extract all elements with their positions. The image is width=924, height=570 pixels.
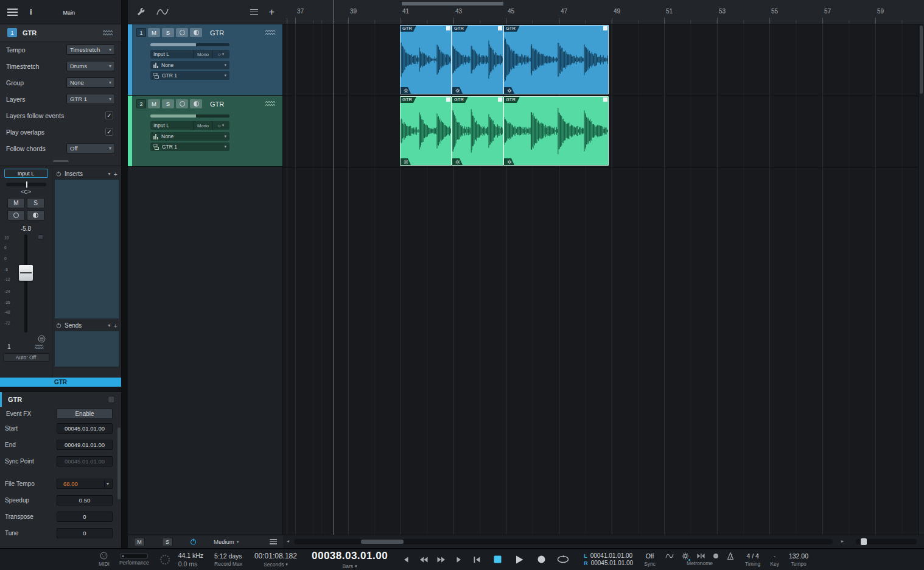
power-icon[interactable]	[56, 323, 61, 328]
track-volume-slider[interactable]	[150, 114, 229, 118]
expand-icon[interactable]: ▾	[108, 171, 111, 177]
audio-event[interactable]: GTR	[400, 25, 452, 94]
info-icon[interactable]: i	[30, 7, 32, 16]
mute-button[interactable]: M	[148, 28, 160, 37]
wrench-icon[interactable]	[136, 7, 145, 16]
pan-slider[interactable]	[6, 183, 46, 186]
group-dropdown[interactable]: None▾	[66, 77, 115, 88]
list-icon[interactable]	[270, 539, 277, 544]
horizontal-scrollbar[interactable]	[294, 539, 833, 544]
next-bar-button[interactable]	[453, 554, 465, 566]
stop-button[interactable]	[490, 553, 505, 566]
sync-point-field[interactable]: 00045.01.01.00	[57, 456, 113, 466]
record-arm-button[interactable]	[176, 99, 188, 108]
playhead[interactable]	[334, 24, 334, 535]
add-send-button[interactable]: +	[114, 322, 117, 329]
channel-mode-icon[interactable]	[38, 335, 46, 343]
power-icon[interactable]	[56, 171, 61, 177]
channel-monitor-button[interactable]	[27, 210, 44, 220]
prev-bar-button[interactable]	[400, 554, 412, 566]
return-to-zero-button[interactable]	[471, 554, 483, 566]
channel-solo-button[interactable]: S	[27, 198, 44, 208]
event-fade-handle[interactable]	[603, 97, 607, 102]
channel-tab[interactable]: GTR	[0, 378, 121, 387]
inserts-list[interactable]	[54, 179, 119, 319]
track-header-2[interactable]: 2 M S GTR Input L Mono ○▾ None	[128, 96, 282, 167]
scroll-left-icon[interactable]: ◂	[287, 538, 289, 544]
time-signature-display[interactable]: 4 / 4 Timing	[745, 552, 760, 567]
layers-dropdown[interactable]: GTR 1▾	[66, 94, 115, 104]
channel-record-arm-button[interactable]	[7, 210, 25, 220]
layers-follow-checkbox[interactable]: ✓	[105, 111, 113, 119]
midi-indicator[interactable]: MIDI	[99, 552, 110, 567]
precount-icon[interactable]	[713, 553, 719, 559]
solo-button[interactable]: S	[162, 99, 174, 108]
inspector-scrollbar[interactable]	[117, 427, 121, 499]
audio-event-selected[interactable]: GTR	[503, 25, 609, 94]
end-field[interactable]: 00049.01.01.00	[57, 440, 113, 450]
mute-button[interactable]: M	[148, 99, 160, 108]
event-fx-button[interactable]	[401, 87, 411, 94]
zoom-slider[interactable]	[856, 539, 917, 544]
track-instrument-selector[interactable]: None ▾	[150, 132, 229, 141]
speedup-field[interactable]: 0.50	[57, 495, 113, 505]
record-button[interactable]	[534, 553, 548, 566]
volume-fader[interactable]: 10 6 0 -6 -12 -24 -36 -48 -72	[0, 233, 52, 334]
dropdown-arrow-icon[interactable]: ▾	[104, 480, 111, 488]
global-solo-button[interactable]: S	[162, 538, 173, 546]
sync-indicator[interactable]: Off Sync	[644, 552, 656, 567]
event-fx-button[interactable]	[452, 87, 463, 94]
transpose-field[interactable]: 0	[57, 512, 113, 522]
file-tempo-field[interactable]: 68.00▾	[57, 479, 113, 489]
track-height-selector[interactable]: Medium▾	[214, 538, 239, 545]
event-fx-enable-button[interactable]: Enable	[57, 409, 113, 419]
wave-icon[interactable]	[156, 8, 169, 16]
key-display[interactable]: - Key	[770, 552, 779, 567]
add-track-button[interactable]: +	[269, 7, 275, 18]
menu-icon[interactable]	[7, 9, 18, 16]
event-fx-button[interactable]	[452, 158, 463, 165]
track-layer-selector[interactable]: GTR 1 ▾	[150, 71, 229, 80]
fast-forward-button[interactable]	[435, 554, 447, 566]
event-fx-button[interactable]	[504, 158, 514, 165]
audio-event[interactable]: GTR	[452, 96, 503, 166]
event-fade-handle[interactable]	[603, 26, 607, 30]
horizontal-scroll-thumb[interactable]	[361, 540, 404, 544]
inspector-track-header[interactable]: 1 GTR	[0, 24, 121, 41]
tune-field[interactable]: 0	[57, 528, 113, 538]
audio-event[interactable]: GTR	[452, 25, 503, 94]
channel-mute-button[interactable]: M	[7, 198, 25, 208]
event-fx-button[interactable]	[504, 87, 514, 94]
tempo-mode-dropdown[interactable]: Timestretch▾	[66, 44, 115, 55]
play-overlaps-checkbox[interactable]: ✓	[105, 128, 113, 136]
audio-event[interactable]: GTR	[400, 96, 452, 166]
start-field[interactable]: 00045.01.01.00	[57, 423, 113, 434]
main-time-display[interactable]: 00038.03.01.00 Bars▾	[312, 550, 388, 569]
event-fade-handle[interactable]	[498, 97, 502, 102]
metronome-icon[interactable]	[727, 552, 734, 560]
track-layer-selector[interactable]: GTR 1 ▾	[150, 142, 229, 151]
loop-region-marker[interactable]	[402, 2, 503, 5]
zoom-handle[interactable]	[861, 538, 867, 545]
monitor-button[interactable]	[190, 99, 202, 108]
tempo-display[interactable]: 132.00 Tempo	[789, 552, 808, 567]
automation-mode-button[interactable]: Auto: Off	[3, 353, 49, 362]
sends-list[interactable]	[54, 331, 119, 367]
follow-chords-dropdown[interactable]: Off▾	[66, 143, 115, 153]
timeline-ruler[interactable]: 37 39 41 43 45 47 49 51 53 55 57 59	[283, 0, 924, 24]
global-mute-button[interactable]: M	[134, 538, 145, 546]
track-volume-slider[interactable]	[150, 43, 229, 46]
sync-wave-icon[interactable]	[665, 553, 674, 559]
secondary-time-display[interactable]: 00:01:08.182 Seconds▾	[254, 552, 297, 568]
timestretch-dropdown[interactable]: Drums▾	[66, 61, 115, 71]
arrange-canvas[interactable]: GTR GTR GTR GTR	[283, 24, 924, 535]
monitor-button[interactable]	[190, 28, 202, 37]
event-fade-handle[interactable]	[446, 26, 450, 30]
fader-handle[interactable]	[19, 265, 33, 281]
vertical-scrollbar[interactable]	[918, 24, 924, 535]
track-instrument-selector[interactable]: None ▾	[150, 61, 229, 69]
auto-punch-icon[interactable]	[697, 553, 705, 559]
performance-indicator[interactable]: Performance	[119, 554, 149, 566]
gear-icon[interactable]	[682, 552, 689, 560]
track-input-selector[interactable]: Input L Mono ○▾	[150, 121, 229, 130]
